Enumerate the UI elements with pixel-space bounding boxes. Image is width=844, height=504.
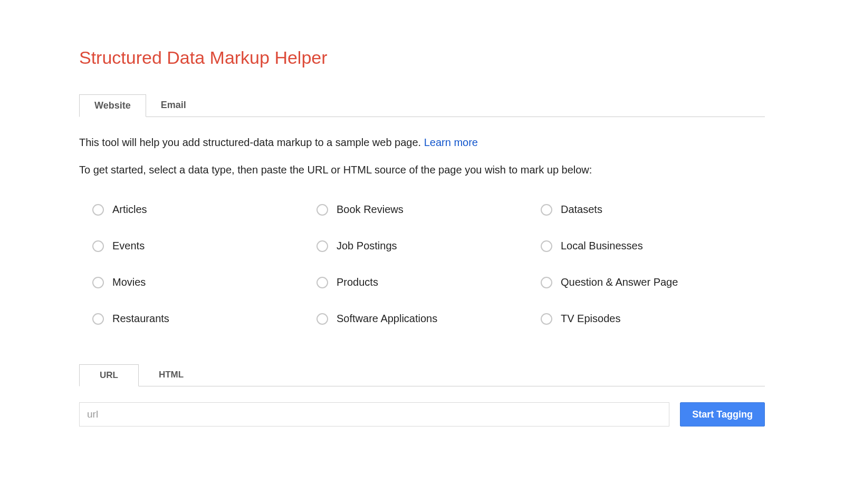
radio-label: Software Applications xyxy=(337,313,437,325)
radio-icon xyxy=(92,240,104,252)
radio-events[interactable]: Events xyxy=(92,240,316,252)
radio-label: Local Businesses xyxy=(561,240,643,252)
radio-icon xyxy=(541,204,552,216)
input-tab-html[interactable]: HTML xyxy=(139,364,204,386)
radio-icon xyxy=(316,240,328,252)
radio-tv-episodes[interactable]: TV Episodes xyxy=(541,313,765,325)
radio-datasets[interactable]: Datasets xyxy=(541,203,765,216)
radio-label: Events xyxy=(112,240,145,252)
page-title: Structured Data Markup Helper xyxy=(79,47,765,68)
radio-label: Book Reviews xyxy=(337,203,404,216)
radio-qa-page[interactable]: Question & Answer Page xyxy=(541,276,765,288)
learn-more-link[interactable]: Learn more xyxy=(424,137,478,148)
radio-movies[interactable]: Movies xyxy=(92,276,316,288)
intro-paragraph: This tool will help you add structured-d… xyxy=(79,135,765,149)
radio-icon xyxy=(92,313,104,325)
data-type-options: Articles Book Reviews Datasets Events Jo… xyxy=(79,203,765,325)
radio-restaurants[interactable]: Restaurants xyxy=(92,313,316,325)
radio-software-apps[interactable]: Software Applications xyxy=(316,313,541,325)
tab-website[interactable]: Website xyxy=(79,94,146,117)
radio-icon xyxy=(541,240,552,252)
tab-email[interactable]: Email xyxy=(146,94,201,117)
radio-label: Job Postings xyxy=(337,240,397,252)
radio-label: Restaurants xyxy=(112,313,169,325)
radio-icon xyxy=(316,313,328,325)
radio-icon xyxy=(92,277,104,288)
radio-label: Articles xyxy=(112,203,147,216)
radio-label: Question & Answer Page xyxy=(561,276,678,288)
start-tagging-button[interactable]: Start Tagging xyxy=(680,402,765,427)
main-tabs: Website Email xyxy=(79,94,765,117)
input-row: Start Tagging xyxy=(79,402,765,427)
radio-products[interactable]: Products xyxy=(316,276,541,288)
radio-articles[interactable]: Articles xyxy=(92,203,316,216)
url-input[interactable] xyxy=(79,402,669,427)
instruction-text: To get started, select a data type, then… xyxy=(79,164,765,176)
input-tab-url[interactable]: URL xyxy=(79,364,139,386)
radio-icon xyxy=(316,204,328,216)
radio-label: Movies xyxy=(112,276,146,288)
radio-icon xyxy=(316,277,328,288)
radio-icon xyxy=(541,313,552,325)
radio-label: Datasets xyxy=(561,203,602,216)
radio-icon xyxy=(541,277,552,288)
radio-book-reviews[interactable]: Book Reviews xyxy=(316,203,541,216)
radio-icon xyxy=(92,204,104,216)
intro-text: This tool will help you add structured-d… xyxy=(79,137,424,148)
input-mode-tabs: URL HTML xyxy=(79,364,765,386)
radio-label: Products xyxy=(337,276,378,288)
radio-label: TV Episodes xyxy=(561,313,620,325)
radio-local-businesses[interactable]: Local Businesses xyxy=(541,240,765,252)
radio-job-postings[interactable]: Job Postings xyxy=(316,240,541,252)
